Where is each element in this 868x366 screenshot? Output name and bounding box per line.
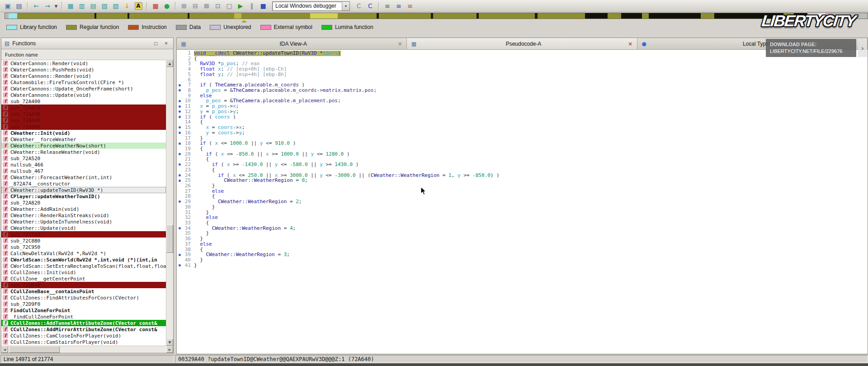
code-line[interactable]: 16 y = coors->y; (177, 130, 868, 136)
functions-column-header[interactable]: Function name (1, 49, 173, 60)
watermark-download-box[interactable]: DOWNLOAD PAGE: LIBERTYCITY.NET/FILE/2296… (766, 39, 856, 57)
function-row[interactable]: fsub_72A430 (1, 111, 166, 117)
code-line[interactable]: 35 } (177, 231, 868, 236)
function-row[interactable]: fsub_72A400 (1, 98, 166, 105)
function-row[interactable]: fsub_72A410 (1, 105, 166, 111)
problems-icon[interactable]: ≡ (405, 1, 415, 11)
watermark-next-icon[interactable]: › (858, 39, 867, 57)
function-row[interactable]: fsub_72A460 (1, 124, 166, 130)
threads-icon[interactable]: ⊡ (212, 1, 223, 11)
functions-list-icon[interactable]: ≡ (393, 1, 404, 11)
function-row[interactable]: fsub_72C7A0 (1, 231, 166, 238)
scroll-right-icon[interactable]: ► (166, 346, 173, 353)
forward-history-icon[interactable]: ▾ (53, 1, 59, 11)
function-row[interactable]: fCWeather::ForecastWeather(int,int) (1, 174, 166, 181)
function-row[interactable]: fCalcNewDeltaVal(RwV2d *,RwV2d *) (1, 250, 166, 257)
function-row[interactable]: fCWaterCannon::PushPeds(void) (1, 67, 166, 73)
code-line[interactable]: 10 p_pos = &TheCamera.placeable.m_placem… (177, 98, 868, 104)
scroll-left-icon[interactable]: ◄ (1, 346, 8, 353)
function-row[interactable]: fCWeather__forceWeather (1, 136, 166, 143)
debugger-windows-icon[interactable]: ⊞ (179, 1, 189, 11)
code-line[interactable]: 36 } (177, 236, 868, 242)
jump-address-icon[interactable]: ↓ (122, 1, 132, 11)
code-line[interactable]: 40 } (177, 257, 868, 263)
strings-icon[interactable]: A (133, 1, 144, 11)
function-row[interactable]: fCWeather::Update(void) (1, 225, 166, 231)
tab-close-icon[interactable]: × (396, 41, 403, 47)
code-line[interactable]: 20 if ( x <= -850.0 || x >= 1000.0 || y … (177, 152, 868, 157)
code-line[interactable]: 30 } (177, 204, 868, 210)
code-line[interactable]: 8 p_pos = &TheCamera.placeable.m_coords-… (177, 88, 868, 93)
function-row[interactable]: fsub_72C8B0 (1, 238, 166, 244)
function-row[interactable]: fCCullZone__getCenterPoint (1, 276, 166, 282)
new-window-icon[interactable]: ▣ (2, 1, 13, 11)
vertical-scroll-track[interactable] (166, 67, 173, 339)
function-row[interactable]: fCWaterCannons::Update_OncePerFrame(shor… (1, 86, 166, 92)
hex-view-icon[interactable]: ▥ (76, 1, 87, 11)
function-row[interactable]: fsub_72A520 (1, 155, 166, 162)
tab-pseudocode-a[interactable]: ▦Pseudocode-A× (407, 38, 637, 49)
function-row[interactable]: fCWeather::RenderRainStreaks(void) (1, 212, 166, 219)
code-line[interactable]: 12 y = p_pos->y; (177, 109, 868, 114)
function-row[interactable]: fsub_72D9F0 (1, 301, 166, 307)
code-line[interactable]: 32 else (177, 215, 868, 220)
vertical-scroll-thumb[interactable] (166, 225, 173, 253)
function-row[interactable]: f_findCullZoneForPoint (1, 314, 166, 320)
stop-process-icon[interactable]: ■ (258, 1, 269, 11)
function-row[interactable]: fCWaterCannon::Render(void) (1, 60, 166, 67)
exports-icon[interactable]: ▤ (88, 1, 99, 11)
function-row[interactable]: fCAutomobile::FireTruckControl(CFire *) (1, 79, 166, 86)
modules-icon[interactable]: ▢ (224, 1, 235, 11)
function-row[interactable]: fCPlayer::updateWeatherTownID() (1, 193, 166, 200)
pseudocode-view[interactable]: 1void __cdecl CWeather::updateTownID(RwV… (177, 50, 868, 354)
debugger-select[interactable]: Local Windows debugger▼ (272, 1, 350, 11)
function-row[interactable]: fsub_72A440 (1, 117, 166, 124)
code-line[interactable]: 18 if ( x <= 1000.0 || y <= 910.0 ) (177, 141, 868, 146)
code-line[interactable]: 34 CWeather::WeatherRegion = 4; (177, 226, 868, 231)
code-line[interactable]: 29 CWeather::WeatherRegion = 2; (177, 199, 868, 204)
function-row[interactable]: fCWorldScan::ScanWorld(RwV2d *,int,void … (1, 257, 166, 263)
code-line[interactable]: 14 { (177, 119, 868, 125)
compiler-icon[interactable]: C (365, 1, 376, 11)
quick-debug-view-icon[interactable]: C (354, 1, 364, 11)
back-icon[interactable]: ← (31, 1, 42, 11)
function-row[interactable]: fCWeather::UpdateInTunnelness(void) (1, 219, 166, 225)
code-line[interactable]: 37 else (177, 242, 868, 247)
code-line[interactable]: 13 if ( coors ) (177, 114, 868, 120)
tab-ida-view-a[interactable]: ▦IDA View-A× (177, 38, 407, 49)
segments-icon[interactable]: ≡ (382, 1, 393, 11)
function-row[interactable]: fCWaterCannons::Render(void) (1, 73, 166, 79)
function-row[interactable]: fCCullZones::AddTunnelAttributeZone(CVec… (1, 320, 166, 326)
function-row[interactable]: fsub_72A820 (1, 200, 166, 206)
start-process-icon[interactable]: ▶ (235, 1, 246, 11)
code-line[interactable]: 26 } (177, 183, 868, 189)
scroll-down-icon[interactable]: ▼ (166, 339, 173, 346)
function-row[interactable]: fCWeather::ForceWeatherNow(short) (1, 143, 166, 149)
function-row[interactable]: fCWeather::AddRain(void) (1, 206, 166, 212)
enums-icon[interactable]: ● (161, 1, 172, 11)
function-row[interactable]: fCWeather::updateTownID(RwV3D *) (1, 187, 166, 193)
code-line[interactable]: 31 } (177, 210, 868, 215)
chevron-down-icon[interactable]: ▼ (342, 2, 349, 10)
code-line[interactable]: 2{ (177, 56, 868, 62)
code-line[interactable]: 39 CWeather::WeatherRegion = 3; (177, 252, 868, 257)
function-row[interactable]: fsub_72D840 (1, 282, 166, 288)
function-row[interactable]: fCWaterCannons::Update(void) (1, 92, 166, 98)
function-row[interactable]: fCCullZoneBase__containsPoint (1, 288, 166, 295)
stack-icon[interactable]: ⊠ (201, 1, 212, 11)
pause-process-icon[interactable]: ∥ (246, 1, 257, 11)
function-row[interactable]: fCCullZones::CamCloseInForPlayer(void) (1, 333, 166, 339)
functions-horizontal-scrollbar[interactable]: ◄ ► (1, 346, 173, 353)
imports-icon[interactable]: ▧ (99, 1, 110, 11)
tab-close-icon[interactable]: × (627, 41, 634, 47)
code-line[interactable]: 27 else (177, 189, 868, 194)
function-row[interactable]: fCCullZones::FindAttributesForCoors(CVec… (1, 295, 166, 301)
registers-icon[interactable]: ⊟ (190, 1, 201, 11)
code-line[interactable]: 15 x = coors->x; (177, 125, 868, 130)
ida-view-icon[interactable]: ▦ (65, 1, 76, 11)
code-line[interactable]: 25 CWeather::WeatherRegion = 0; (177, 178, 868, 183)
horizontal-scroll-track[interactable] (8, 346, 166, 353)
code-line[interactable]: 1void __cdecl CWeather::updateTownID(RwV… (177, 51, 868, 56)
functions-panel-titlebar[interactable]: ▤ Functions □ × (1, 38, 173, 49)
function-row[interactable]: fCCullZones::AddMirrorAttributeZone(CVec… (1, 326, 166, 333)
